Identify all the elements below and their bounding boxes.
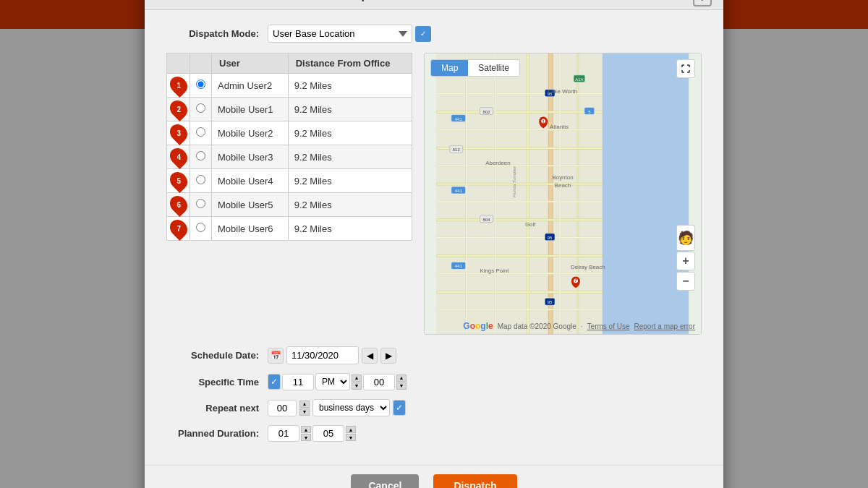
map-separator: · <box>581 322 583 330</box>
specific-time-toggle[interactable]: ✓ <box>268 374 281 390</box>
table-row[interactable]: 5Mobile User49.2 Miles <box>167 169 412 193</box>
pin-col-header <box>167 53 190 74</box>
repeat-confirm-button[interactable]: ✓ <box>393 400 406 416</box>
map-tab-satellite[interactable]: Satellite <box>468 60 519 76</box>
map-tab-map[interactable]: Map <box>431 60 468 76</box>
time-hour-input[interactable] <box>282 374 314 390</box>
repeat-stepper[interactable]: ▲ ▼ <box>299 401 310 416</box>
dispatch-modal: Dispatch Work Order "14759196" ? Dispatc… <box>145 0 723 488</box>
svg-rect-5 <box>437 111 603 114</box>
help-button[interactable]: ? <box>693 0 712 7</box>
duration-hours-input[interactable] <box>268 425 299 442</box>
minute-up-button[interactable]: ▲ <box>396 374 407 382</box>
map-pin-5: 5 <box>166 168 191 193</box>
calendar-prev-button[interactable]: ◀ <box>362 348 378 364</box>
table-row[interactable]: 1Admin User29.2 Miles <box>167 74 412 98</box>
radio-user-4[interactable] <box>196 151 205 160</box>
radio-col-header <box>190 53 212 74</box>
time-period-select[interactable]: PM AM <box>315 373 350 390</box>
duration-hours-down[interactable]: ▼ <box>301 434 311 441</box>
repeat-down-button[interactable]: ▼ <box>299 408 310 416</box>
user-distance-cell: 9.2 Miles <box>288 193 412 217</box>
time-stepper-group: ✓ PM AM ▲ ▼ ▲ ▼ <box>268 373 407 390</box>
street-view-button[interactable]: 🧑 <box>676 225 695 251</box>
map-report-link[interactable]: Report a map error <box>634 322 695 330</box>
map-pin-4: 4 <box>166 145 191 169</box>
duration-hours-stepper[interactable]: ▲ ▼ <box>301 426 311 441</box>
calendar-icon-button[interactable]: 📅 <box>268 348 284 364</box>
svg-text:Boynton: Boynton <box>552 174 573 181</box>
radio-user-7[interactable] <box>196 223 205 232</box>
radio-cell[interactable] <box>190 145 212 169</box>
svg-rect-16 <box>437 273 603 274</box>
duration-hours-up[interactable]: ▲ <box>301 426 311 433</box>
map-expand-button[interactable] <box>676 59 695 78</box>
radio-cell[interactable] <box>190 169 212 193</box>
svg-rect-9 <box>437 255 603 257</box>
radio-user-5[interactable] <box>196 175 205 184</box>
time-minute-input[interactable] <box>363 374 395 390</box>
map-svg: 441 441 441 95 95 95 <box>425 53 701 334</box>
svg-text:804: 804 <box>483 218 491 222</box>
duration-minutes-down[interactable]: ▼ <box>346 434 356 441</box>
svg-text:802: 802 <box>483 110 491 114</box>
svg-text:441: 441 <box>455 264 463 268</box>
radio-cell[interactable] <box>190 193 212 217</box>
duration-minutes-stepper[interactable]: ▲ ▼ <box>346 426 356 441</box>
user-name-cell: Mobile User3 <box>212 145 289 169</box>
repeat-value-input[interactable] <box>268 400 297 416</box>
repeat-up-button[interactable]: ▲ <box>299 401 310 408</box>
hour-up-button[interactable]: ▲ <box>352 374 362 382</box>
table-row[interactable]: 2Mobile User19.2 Miles <box>167 98 412 121</box>
radio-user-1[interactable] <box>196 80 205 89</box>
radio-user-3[interactable] <box>196 127 205 137</box>
svg-text:441: 441 <box>455 189 463 193</box>
minute-stepper[interactable]: ▲ ▼ <box>396 374 407 390</box>
svg-rect-14 <box>437 201 603 202</box>
dispatch-mode-row: Dispatch Mode: User Base Location ✓ <box>166 25 702 43</box>
radio-cell[interactable] <box>190 121 212 145</box>
planned-duration-label: Planned Duration: <box>166 428 268 439</box>
table-row[interactable]: 7Mobile User69.2 Miles <box>167 217 412 241</box>
radio-user-2[interactable] <box>196 103 205 113</box>
radio-cell[interactable] <box>190 98 212 121</box>
svg-text:Delray Beach: Delray Beach <box>571 264 605 270</box>
minute-down-button[interactable]: ▼ <box>396 382 407 390</box>
svg-rect-11 <box>437 93 603 95</box>
user-name-cell: Mobile User1 <box>212 98 289 121</box>
svg-text:7: 7 <box>575 279 577 283</box>
calendar-next-button[interactable]: ▶ <box>380 348 396 364</box>
cancel-button[interactable]: Cancel <box>351 474 419 488</box>
svg-text:441: 441 <box>455 117 463 121</box>
dispatch-mode-confirm-button[interactable]: ✓ <box>415 26 431 42</box>
zoom-out-button[interactable]: − <box>676 272 695 291</box>
duration-minutes-input[interactable] <box>312 425 344 442</box>
user-name-cell: Mobile User5 <box>212 193 289 217</box>
zoom-in-button[interactable]: + <box>676 252 695 270</box>
hour-stepper[interactable]: ▲ ▼ <box>352 374 362 390</box>
duration-minutes-up[interactable]: ▲ <box>346 426 356 433</box>
svg-text:Lake Worth: Lake Worth <box>548 88 577 95</box>
map-terms-link[interactable]: Terms of Use <box>587 322 630 330</box>
repeat-unit-select[interactable]: business days days weeks <box>312 399 390 416</box>
dispatch-mode-select[interactable]: User Base Location <box>268 25 412 43</box>
table-row[interactable]: 4Mobile User39.2 Miles <box>167 145 412 169</box>
radio-cell[interactable] <box>190 74 212 98</box>
svg-text:Florida Turnpike: Florida Turnpike <box>512 166 516 197</box>
hour-down-button[interactable]: ▼ <box>352 382 362 390</box>
map-background: 441 441 441 95 95 95 <box>425 53 701 334</box>
table-row[interactable]: 6Mobile User59.2 Miles <box>167 193 412 217</box>
dispatch-button[interactable]: Dispatch <box>433 474 516 488</box>
svg-rect-8 <box>437 219 603 221</box>
expand-icon <box>681 64 690 73</box>
schedule-date-input[interactable] <box>286 346 359 364</box>
users-table-wrapper: User Distance From Office 1Admin User29.… <box>166 53 412 335</box>
svg-rect-7 <box>437 183 603 185</box>
svg-text:612: 612 <box>453 147 461 152</box>
table-row[interactable]: 3Mobile User29.2 Miles <box>167 121 412 145</box>
svg-text:95: 95 <box>548 236 553 240</box>
user-col-header: User <box>212 53 289 74</box>
map-pin-3: 3 <box>166 121 191 145</box>
radio-user-6[interactable] <box>196 199 205 208</box>
radio-cell[interactable] <box>190 217 212 241</box>
